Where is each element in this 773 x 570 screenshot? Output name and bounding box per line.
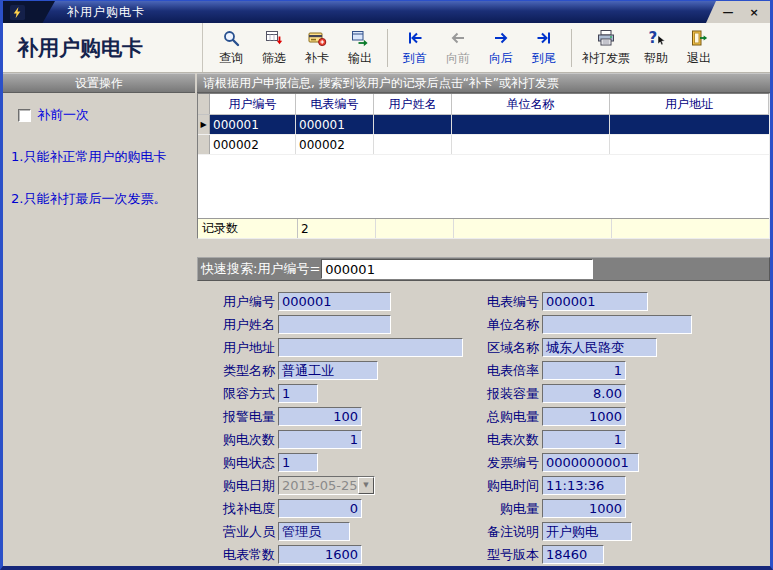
grid-cell xyxy=(610,135,769,154)
form-field[interactable]: 1 xyxy=(542,361,626,380)
title-bar: 补用户购电卡 — × xyxy=(3,1,770,23)
field-label: 电表常数 xyxy=(211,546,275,564)
form-field[interactable]: 1600 xyxy=(278,545,362,564)
field-label: 总购电量 xyxy=(475,408,539,426)
form-field[interactable]: 1 xyxy=(542,430,626,449)
search-icon xyxy=(221,28,241,48)
field-label: 购电时间 xyxy=(475,477,539,495)
prev-icon xyxy=(448,28,468,48)
grid-cell: 000002 xyxy=(210,135,296,154)
form-field[interactable]: 100 xyxy=(278,407,362,426)
form-field[interactable]: 000001 xyxy=(542,292,648,311)
form-row: 购电时间11:13:36 xyxy=(475,474,770,497)
instruction-bar: 请根据用户申报信息, 搜索到该用户的记录后点击“补卡”或补打发票 xyxy=(197,73,770,93)
sidebar: 设置操作 补前一次 1.只能补正常用户的购电卡 2.只能补打最后一次发票。 xyxy=(3,73,195,566)
field-label: 用户姓名 xyxy=(211,316,275,334)
invoice-icon xyxy=(596,28,616,48)
filter-button[interactable]: 筛选 xyxy=(254,25,294,70)
form-field[interactable]: 1 xyxy=(278,384,318,403)
form-field[interactable]: 11:13:36 xyxy=(542,476,626,495)
form-field[interactable]: 0 xyxy=(278,499,362,518)
field-label: 类型名称 xyxy=(211,362,275,380)
detail-form: 用户编号000001用户姓名用户地址类型名称普通工业限容方式1报警电量100购电… xyxy=(197,281,770,566)
form-field[interactable]: 管理员 xyxy=(278,522,350,541)
field-label: 电表倍率 xyxy=(475,362,539,380)
grid-cell xyxy=(452,135,610,154)
row-indicator: ▶ xyxy=(198,115,210,134)
form-row: 备注说明开户购电 xyxy=(475,520,770,543)
form-field[interactable]: 1 xyxy=(278,453,318,472)
page-title: 补用户购电卡 xyxy=(3,23,203,72)
quick-search-label: 快速搜索:用户编号= xyxy=(201,260,320,278)
field-label: 找补电度 xyxy=(211,500,275,518)
grid-column-header[interactable]: 用户地址 xyxy=(610,94,769,114)
form-row: 购电次数1 xyxy=(211,428,475,451)
form-row: 类型名称普通工业 xyxy=(211,359,475,382)
exit-button[interactable]: 退出 xyxy=(679,25,719,70)
form-column-right: 电表编号000001单位名称区域名称城东人民路变电表倍率1报装容量8.00总购电… xyxy=(475,290,770,566)
form-field[interactable] xyxy=(278,338,463,357)
quick-search-input[interactable] xyxy=(321,259,593,279)
first-button[interactable]: 到首 xyxy=(395,25,435,70)
grid-cell xyxy=(452,115,610,134)
form-row: 报装容量8.00 xyxy=(475,382,770,405)
form-row: 购电状态1 xyxy=(211,451,475,474)
app-icon xyxy=(10,5,25,20)
form-row: 电表编号000001 xyxy=(475,290,770,313)
invoice-button[interactable]: 补打发票 xyxy=(579,25,633,70)
close-button[interactable]: × xyxy=(746,5,762,20)
form-field[interactable]: 城东人民路变 xyxy=(542,338,657,357)
help-button[interactable]: ?帮助 xyxy=(636,25,676,70)
form-field[interactable]: 普通工业 xyxy=(278,361,378,380)
form-row: 购电量1000 xyxy=(475,497,770,520)
toolbar-button-label: 查询 xyxy=(219,50,243,67)
form-field[interactable]: 开户购电 xyxy=(542,522,632,541)
form-field[interactable]: 8.00 xyxy=(542,384,626,403)
form-field[interactable] xyxy=(278,315,391,334)
form-row: 限容方式1 xyxy=(211,382,475,405)
quick-search-bar: 快速搜索:用户编号= xyxy=(197,257,770,281)
grid-column-header[interactable]: 用户姓名 xyxy=(374,94,452,114)
prev-once-checkbox[interactable]: 补前一次 xyxy=(18,106,195,124)
toolbar-separator xyxy=(571,29,572,67)
search-button[interactable]: 查询 xyxy=(211,25,251,70)
field-label: 电表编号 xyxy=(475,293,539,311)
grid-row-selected[interactable]: ▶ 000001 000001 xyxy=(198,115,769,135)
grid-column-header[interactable]: 电表编号 xyxy=(296,94,374,114)
form-field[interactable]: 1 xyxy=(278,430,362,449)
app-window: 补用户购电卡 — × 补用户购电卡 查询筛选补卡输出到首向前向后到尾补打发票?帮… xyxy=(0,0,773,570)
toolbar-button-label: 补打发票 xyxy=(582,50,630,67)
grid-column-header[interactable]: 用户编号 xyxy=(210,94,296,114)
form-field[interactable] xyxy=(542,315,692,334)
field-label: 购电次数 xyxy=(211,431,275,449)
toolbar: 补用户购电卡 查询筛选补卡输出到首向前向后到尾补打发票?帮助退出 xyxy=(3,23,770,73)
form-field[interactable]: 18460 xyxy=(542,545,604,564)
minimize-button[interactable]: — xyxy=(720,5,736,20)
toolbar-button-label: 到首 xyxy=(403,50,427,67)
record-count-value: 2 xyxy=(298,219,376,238)
grid-row[interactable]: 000002 000002 xyxy=(198,135,769,155)
combo-value: 2013-05-25 xyxy=(279,477,358,494)
grid-footer-cell xyxy=(612,219,769,238)
field-label: 备注说明 xyxy=(475,523,539,541)
form-row: 发票编号0000000001 xyxy=(475,451,770,474)
form-row: 营业人员管理员 xyxy=(211,520,475,543)
field-label: 型号版本 xyxy=(475,546,539,564)
form-field[interactable]: 1000 xyxy=(542,499,626,518)
form-row: 购电日期2013-05-25▼ xyxy=(211,474,475,497)
toolbar-separator xyxy=(387,29,388,67)
grid-cell: 000001 xyxy=(296,115,374,134)
form-field[interactable]: 000001 xyxy=(278,292,391,311)
output-button[interactable]: 输出 xyxy=(340,25,380,70)
form-row: 总购电量1000 xyxy=(475,405,770,428)
next-button[interactable]: 向后 xyxy=(481,25,521,70)
form-field[interactable]: 0000000001 xyxy=(542,453,639,472)
prev-button: 向前 xyxy=(438,25,478,70)
next-icon xyxy=(491,28,511,48)
grid-column-header[interactable]: 单位名称 xyxy=(452,94,610,114)
form-field[interactable]: 1000 xyxy=(542,407,626,426)
last-button[interactable]: 到尾 xyxy=(524,25,564,70)
card-button[interactable]: 补卡 xyxy=(297,25,337,70)
grid-footer-cell xyxy=(376,219,454,238)
form-row: 电表常数1600 xyxy=(211,543,475,566)
